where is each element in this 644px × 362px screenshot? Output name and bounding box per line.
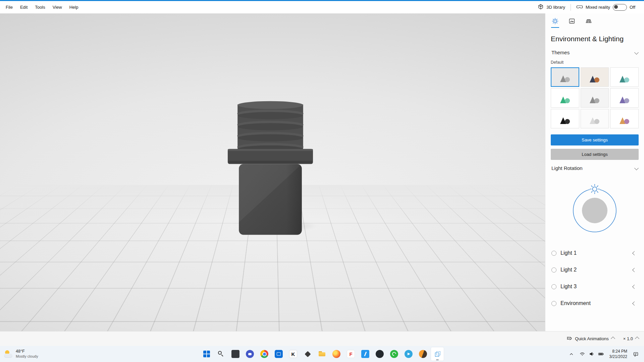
chevron-left-icon[interactable]	[632, 285, 637, 289]
theme-sphere-shape	[594, 77, 599, 82]
theme-thumbnail-4[interactable]	[551, 88, 579, 108]
whatsapp-icon[interactable]	[388, 347, 400, 361]
environment-row[interactable]: Environment	[551, 295, 639, 312]
save-settings-button[interactable]: Save settings	[551, 134, 639, 145]
notification-center-icon[interactable]	[631, 348, 640, 360]
f-app-icon[interactable]: F	[344, 347, 357, 361]
frame-icon	[568, 17, 576, 26]
theme-thumbnail-8[interactable]	[581, 109, 609, 128]
theme-sphere-shape	[565, 119, 570, 124]
3d-viewport[interactable]	[0, 13, 545, 331]
3d-viewer-app: File Edit Tools View Help 3D library	[0, 0, 644, 362]
chevron-down-icon[interactable]	[634, 166, 639, 170]
terminal-icon[interactable]	[229, 347, 242, 361]
start-icon[interactable]	[200, 347, 213, 361]
theme-thumbnail-9[interactable]	[610, 109, 639, 128]
theme-sphere-shape	[624, 77, 629, 82]
taskbar-clock[interactable]: 8:24 PM 3/21/2022	[607, 349, 629, 359]
inkscape-glyph	[304, 350, 312, 358]
volume-icon	[587, 348, 596, 360]
zoom-control[interactable]: × 1.0	[623, 336, 639, 341]
firefox-icon[interactable]	[330, 347, 343, 361]
light-2-row[interactable]: Light 2	[551, 261, 639, 278]
lights-list: Light 1 Light 2 Light 3 Environment	[551, 245, 639, 312]
light-1-row[interactable]: Light 1	[551, 245, 639, 261]
quick-animations-label: Quick Animations	[575, 336, 608, 341]
light-1-label: Light 1	[560, 250, 577, 256]
menubar-separator	[571, 4, 571, 11]
search-glyph	[217, 350, 225, 358]
hidden-icons-chevron-icon[interactable]	[567, 348, 576, 360]
chevron-left-icon[interactable]	[632, 268, 637, 272]
github-icon[interactable]	[373, 347, 386, 361]
chevron-left-icon[interactable]	[632, 251, 637, 255]
menu-edit[interactable]: Edit	[16, 1, 31, 13]
tab-grid[interactable]	[584, 17, 593, 26]
weather-temp: 48°F	[16, 349, 38, 354]
krita-icon[interactable]: K	[287, 347, 300, 361]
theme-thumbnail-7[interactable]	[551, 109, 579, 128]
terminal-glyph	[231, 350, 239, 358]
theme-sphere-shape	[565, 77, 570, 82]
theme-thumbnail-3[interactable]	[610, 67, 639, 87]
weather-condition: Mostly cloudy	[16, 354, 38, 359]
chevron-left-icon[interactable]	[632, 301, 637, 306]
theme-thumbnail-2[interactable]	[581, 67, 609, 87]
menu-help[interactable]: Help	[66, 1, 82, 13]
taskbar-weather-widget[interactable]: 48°F Mostly cloudy	[0, 349, 105, 359]
telegram-icon[interactable]	[402, 347, 415, 361]
chevron-up-icon[interactable]	[635, 337, 639, 341]
3d-library-button[interactable]: 3D library	[538, 4, 565, 11]
3d-viewer-icon[interactable]	[431, 347, 444, 361]
menu-file[interactable]: File	[2, 1, 16, 13]
light-rotation-header-label: Light Rotation	[551, 165, 583, 171]
clock-time: 8:24 PM	[612, 349, 627, 354]
battery-icon	[597, 348, 605, 360]
light-3-label: Light 3	[560, 284, 577, 290]
light-rotation-section-header[interactable]: Light Rotation	[551, 160, 639, 174]
mixed-reality-label: Mixed reality	[586, 5, 610, 10]
network-volume-battery-group[interactable]	[578, 348, 605, 360]
load-settings-button[interactable]: Load settings	[551, 149, 639, 160]
tab-environment[interactable]	[568, 17, 576, 26]
inkscape-icon[interactable]	[301, 347, 314, 361]
radio-icon[interactable]	[551, 301, 556, 306]
mixed-reality-toggle[interactable]	[613, 4, 627, 11]
theme-thumbnail-5[interactable]	[581, 88, 609, 108]
radio-icon[interactable]	[551, 251, 556, 256]
zoom-level: × 1.0	[623, 336, 633, 341]
theme-grid	[551, 67, 639, 128]
github-glyph	[376, 350, 384, 358]
light-rotation-dial[interactable]	[566, 180, 623, 237]
file-explorer-icon[interactable]	[316, 347, 328, 361]
radio-icon[interactable]	[551, 267, 556, 273]
calibre-icon[interactable]	[417, 347, 429, 361]
theme-sphere-shape	[594, 98, 599, 103]
taskbar: 48°F Mostly cloudy KF	[0, 346, 644, 362]
themes-header-label: Themes	[551, 50, 570, 55]
light-rotation-dial-wrap	[551, 174, 639, 243]
menu-view[interactable]: View	[49, 1, 66, 13]
search-icon[interactable]	[215, 347, 227, 361]
themes-section-header[interactable]: Themes	[551, 44, 639, 59]
3d-viewer-glyph	[433, 350, 441, 358]
chevron-up-icon[interactable]	[611, 337, 615, 341]
chrome-icon[interactable]	[258, 347, 271, 361]
weather-icon	[4, 350, 13, 358]
bottom-toolbar: Quick Animations × 1.0	[0, 331, 644, 346]
light-3-row[interactable]: Light 3	[551, 278, 639, 295]
menu-tools[interactable]: Tools	[31, 1, 49, 13]
radio-icon[interactable]	[551, 284, 556, 289]
menu-right: 3D library Mixed reality Off	[538, 4, 644, 11]
vscode-icon[interactable]	[359, 347, 372, 361]
chevron-down-icon[interactable]	[634, 50, 639, 55]
tab-lighting[interactable]	[551, 17, 559, 26]
chat-glyph	[246, 350, 254, 358]
chat-icon[interactable]	[244, 347, 256, 361]
chrome-glyph	[260, 350, 268, 358]
theme-sphere-shape	[624, 98, 629, 103]
theme-thumbnail-1[interactable]	[551, 67, 579, 87]
theme-thumbnail-6[interactable]	[610, 88, 639, 108]
quick-animations-control[interactable]: Quick Animations	[566, 335, 614, 342]
store-icon[interactable]	[272, 347, 285, 361]
